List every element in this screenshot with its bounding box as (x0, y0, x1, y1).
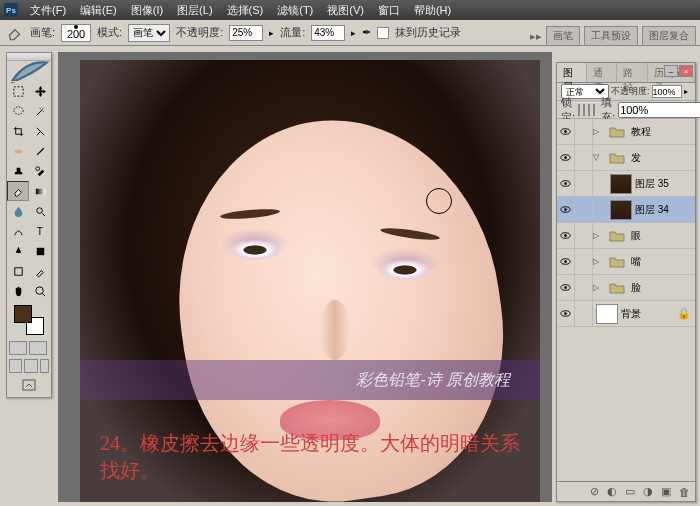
layer-row[interactable]: ▽发 (557, 145, 695, 171)
menu-layer[interactable]: 图层(L) (171, 1, 218, 20)
tool-path[interactable] (7, 221, 29, 241)
standard-mode-icon[interactable] (9, 341, 27, 355)
fx-icon[interactable]: ⊘ (587, 485, 601, 499)
tool-marquee[interactable] (7, 81, 29, 101)
screen-mode-3[interactable] (40, 359, 49, 373)
tool-brush[interactable] (29, 141, 51, 161)
tool-move[interactable] (29, 81, 51, 101)
menu-filter[interactable]: 滤镜(T) (271, 1, 319, 20)
mode-select[interactable]: 画笔 (128, 24, 170, 42)
tool-gradient[interactable] (29, 181, 51, 201)
new-layer-icon[interactable]: ▣ (659, 485, 673, 499)
arrow-down-icon[interactable]: ▽ (593, 153, 603, 162)
jump-to-icon[interactable] (7, 375, 51, 397)
tool-eyedropper[interactable] (29, 261, 51, 281)
tool-lasso[interactable] (7, 101, 29, 121)
link-cell[interactable] (575, 275, 593, 300)
tool-crop[interactable] (7, 121, 29, 141)
tab-paths[interactable]: 路径 (617, 63, 647, 82)
link-cell[interactable] (575, 197, 593, 222)
lock-position[interactable] (588, 104, 590, 116)
layer-name[interactable]: 眼 (631, 229, 695, 243)
layer-row[interactable]: ▷眼 (557, 223, 695, 249)
tool-blur[interactable] (7, 201, 29, 221)
layer-name[interactable]: 教程 (631, 125, 695, 139)
palette-tab-brush[interactable]: 画笔 (546, 26, 580, 46)
visibility-toggle[interactable] (557, 301, 575, 326)
tool-notes[interactable] (7, 261, 29, 281)
link-cell[interactable] (575, 119, 593, 144)
visibility-toggle[interactable] (557, 275, 575, 300)
mask-icon[interactable]: ◐ (605, 485, 619, 499)
layer-name[interactable]: 脸 (631, 281, 695, 295)
visibility-toggle[interactable] (557, 119, 575, 144)
layer-name[interactable]: 图层 35 (635, 177, 695, 191)
palette-tab-presets[interactable]: 工具预设 (584, 26, 638, 46)
airbrush-icon[interactable]: ✒ (362, 26, 371, 39)
opacity-input[interactable] (229, 25, 263, 41)
fill-input[interactable] (618, 102, 700, 118)
link-cell[interactable] (575, 223, 593, 248)
visibility-toggle[interactable] (557, 223, 575, 248)
arrow-right-icon[interactable]: ▷ (593, 231, 603, 240)
lock-all[interactable] (593, 104, 595, 116)
tool-shape[interactable] (29, 241, 51, 261)
tool-eraser[interactable] (7, 181, 29, 201)
layer-name[interactable]: 发 (631, 151, 695, 165)
menu-view[interactable]: 视图(V) (321, 1, 370, 20)
tool-history-brush[interactable] (29, 161, 51, 181)
layer-name[interactable]: 背景 (621, 307, 677, 321)
tool-wand[interactable] (29, 101, 51, 121)
trash-icon[interactable]: 🗑 (677, 485, 691, 499)
menu-file[interactable]: 文件(F) (24, 1, 72, 20)
layer-row[interactable]: 背景🔒 (557, 301, 695, 327)
quickmask-mode-icon[interactable] (29, 341, 47, 355)
erase-history-checkbox[interactable] (377, 27, 389, 39)
tool-heal[interactable] (7, 141, 29, 161)
tool-zoom[interactable] (29, 281, 51, 301)
link-cell[interactable] (575, 301, 593, 326)
menu-window[interactable]: 窗口 (372, 1, 406, 20)
menu-edit[interactable]: 编辑(E) (74, 1, 123, 20)
brush-preset-picker[interactable]: 200 (61, 24, 91, 42)
menu-image[interactable]: 图像(I) (125, 1, 169, 20)
screen-mode-2[interactable] (24, 359, 37, 373)
lock-pixels[interactable] (583, 104, 585, 116)
lock-transparency[interactable] (578, 104, 580, 116)
tool-stamp[interactable] (7, 161, 29, 181)
visibility-toggle[interactable] (557, 249, 575, 274)
tool-dodge[interactable] (29, 201, 51, 221)
link-cell[interactable] (575, 249, 593, 274)
tool-pen[interactable] (7, 241, 29, 261)
link-cell[interactable] (575, 145, 593, 170)
tab-channels[interactable]: 通道 (587, 63, 617, 82)
flow-input[interactable] (311, 25, 345, 41)
foreground-color[interactable] (14, 305, 32, 323)
layer-row[interactable]: ▷教程 (557, 119, 695, 145)
layer-opacity-input[interactable] (652, 85, 682, 98)
tool-slice[interactable] (29, 121, 51, 141)
layer-name[interactable]: 图层 34 (635, 203, 695, 217)
tool-type[interactable]: T (29, 221, 51, 241)
visibility-toggle[interactable] (557, 171, 575, 196)
menu-help[interactable]: 帮助(H) (408, 1, 457, 20)
panel-minimize[interactable]: – (664, 65, 678, 77)
link-cell[interactable] (575, 171, 593, 196)
document-canvas[interactable]: 彩色铅笔-诗 原创教程 24。橡皮擦去边缘一些透明度。大体的明暗关系找好。 (80, 60, 540, 502)
visibility-toggle[interactable] (557, 197, 575, 222)
screen-mode-1[interactable] (9, 359, 22, 373)
layer-row[interactable]: ▷嘴 (557, 249, 695, 275)
layer-row[interactable]: ▷脸 (557, 275, 695, 301)
tab-layers[interactable]: 图层 (557, 63, 587, 82)
arrow-right-icon[interactable]: ▷ (593, 257, 603, 266)
menu-select[interactable]: 选择(S) (221, 1, 270, 20)
visibility-toggle[interactable] (557, 145, 575, 170)
layer-row[interactable]: 图层 35 (557, 171, 695, 197)
palette-tab-comps[interactable]: 图层复合 (642, 26, 696, 46)
arrow-right-icon[interactable]: ▷ (593, 283, 603, 292)
layer-name[interactable]: 嘴 (631, 255, 695, 269)
tool-hand[interactable] (7, 281, 29, 301)
color-swatches[interactable] (14, 305, 44, 335)
new-folder-icon[interactable]: ▭ (623, 485, 637, 499)
layer-row[interactable]: 图层 34 (557, 197, 695, 223)
